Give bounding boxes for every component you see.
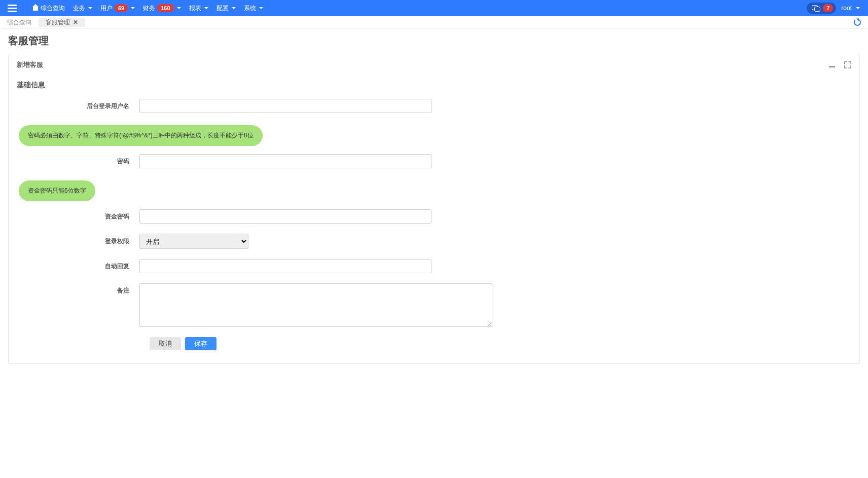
tab-customer-service[interactable]: 客服管理 ✕ [39, 18, 85, 27]
expand-icon [844, 61, 851, 68]
hint-fund-password: 资金密码只能6位数字 [19, 180, 95, 201]
hint-password: 密码必须由数字、字符、特殊字符(!@#$%^&*)三种中的两种组成，长度不能少于… [19, 125, 263, 146]
home-icon [32, 6, 39, 11]
nav-home[interactable]: 综合查询 [24, 0, 69, 16]
nav-item-label: 系统 [244, 4, 256, 13]
nav-left: 综合查询 业务 用户 69 财务 160 报表 配置 系统 [0, 0, 267, 16]
user-name: root [841, 5, 852, 12]
chevron-down-icon [204, 7, 208, 9]
chevron-down-icon [88, 7, 92, 9]
panel-expand-button[interactable] [844, 61, 851, 69]
panel-title: 新增客服 [17, 60, 43, 69]
label-password: 密码 [17, 157, 139, 166]
textarea-remark[interactable] [139, 283, 492, 327]
row-remark: 备注 [17, 283, 851, 327]
row-password: 密码 [17, 154, 851, 168]
row-login-permission: 登录权限 开启 [17, 234, 851, 249]
chat-icon [812, 5, 820, 11]
tab-close-icon[interactable]: ✕ [73, 19, 78, 26]
nav-item-label: 财务 [143, 4, 155, 13]
label-login-permission: 登录权限 [17, 237, 139, 246]
chevron-down-icon [177, 7, 181, 9]
top-navbar: 综合查询 业务 用户 69 财务 160 报表 配置 系统 [0, 0, 868, 16]
nav-right: 7 root [807, 3, 868, 14]
panel-header: 新增客服 [9, 54, 859, 72]
row-fund-password: 资金密码 [17, 209, 851, 224]
chat-button[interactable]: 7 [807, 3, 836, 14]
tabstrip-right [847, 19, 868, 26]
label-username: 后台登录用户名 [17, 102, 139, 111]
tab-label: 综合查询 [7, 18, 31, 27]
row-auto-reply: 自动回复 [17, 259, 851, 273]
nav-item-system[interactable]: 系统 [240, 0, 267, 16]
chevron-down-icon [856, 7, 860, 9]
input-auto-reply[interactable] [139, 259, 431, 273]
nav-badge-finance: 160 [157, 4, 173, 12]
tabstrip: 综合查询 客服管理 ✕ [0, 16, 868, 29]
cancel-button[interactable]: 取消 [150, 337, 181, 350]
nav-badge-users: 69 [115, 4, 128, 12]
chevron-down-icon [259, 7, 263, 9]
label-auto-reply: 自动回复 [17, 262, 139, 271]
form-actions: 取消 保存 [17, 337, 851, 350]
nav-item-label: 配置 [216, 4, 229, 13]
chevron-down-icon [131, 7, 135, 9]
tabstrip-left: 综合查询 客服管理 ✕ [0, 18, 85, 27]
label-remark: 备注 [17, 283, 139, 295]
save-button[interactable]: 保存 [185, 337, 216, 350]
nav-item-reports[interactable]: 报表 [185, 0, 212, 16]
panel-tools [829, 61, 851, 69]
hamburger-icon [8, 5, 17, 12]
tab-overview[interactable]: 综合查询 [0, 18, 39, 27]
tab-label: 客服管理 [46, 18, 70, 27]
panel-collapse-button[interactable] [829, 61, 835, 69]
nav-home-label: 综合查询 [41, 4, 65, 13]
label-fund-password: 资金密码 [17, 212, 139, 221]
chat-badge: 7 [823, 4, 833, 12]
nav-item-label: 报表 [189, 4, 201, 13]
button-label: 取消 [159, 339, 172, 348]
chevron-down-icon [232, 7, 236, 9]
nav-item-finance[interactable]: 财务 160 [139, 0, 185, 16]
select-login-permission[interactable]: 开启 [139, 234, 248, 249]
nav-item-business[interactable]: 业务 [69, 0, 96, 16]
nav-item-label: 用户 [100, 4, 113, 13]
minus-icon [829, 66, 835, 67]
refresh-icon[interactable] [854, 19, 861, 26]
nav-item-label: 业务 [73, 4, 85, 13]
page-title: 客服管理 [0, 29, 868, 51]
row-username: 后台登录用户名 [17, 99, 851, 113]
input-fund-password[interactable] [139, 209, 431, 224]
panel-new-agent: 新增客服 基础信息 后台登录用户名 密码必须由数字、字符、特殊字符(!@#$%^… [8, 54, 860, 364]
panel-body: 基础信息 后台登录用户名 密码必须由数字、字符、特殊字符(!@#$%^&*)三种… [9, 72, 859, 363]
nav-item-users[interactable]: 用户 69 [96, 0, 139, 16]
section-title: 基础信息 [17, 81, 851, 90]
input-password[interactable] [139, 154, 431, 168]
user-menu[interactable]: root [841, 5, 860, 12]
button-label: 保存 [194, 339, 207, 348]
hamburger-menu-button[interactable] [0, 0, 24, 16]
nav-item-config[interactable]: 配置 [212, 0, 240, 16]
input-username[interactable] [139, 99, 431, 113]
